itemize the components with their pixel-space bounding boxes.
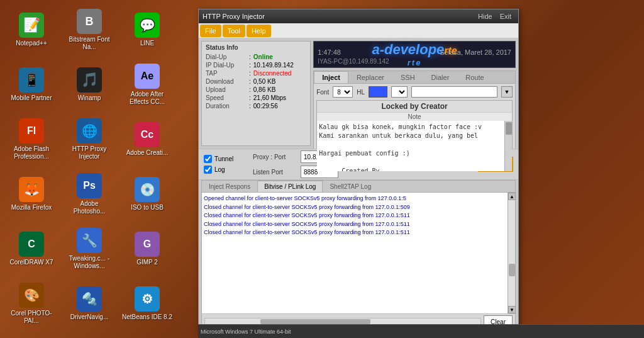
- payload-text-input[interactable]: [411, 86, 497, 98]
- font-size-select[interactable]: 8: [333, 86, 353, 98]
- iso-usb-label: ISO to USB: [131, 204, 164, 211]
- help-menu-button[interactable]: Help: [247, 25, 271, 37]
- status-duration: Duration : 00:29:56: [206, 103, 306, 110]
- note-title: Note: [317, 113, 512, 121]
- desktop-icon-winamp[interactable]: 🎵 Winamp: [61, 58, 118, 111]
- desktop: 📝 Notepad++ B Bitstream Font Na... 💬 LIN…: [0, 0, 644, 338]
- desktop-icon-line[interactable]: 💬 LINE: [119, 3, 175, 57]
- hide-button[interactable]: Hide: [475, 12, 496, 21]
- desktop-icon-netbeans[interactable]: ⚙ NetBeans IDE 8.2: [119, 277, 175, 330]
- tab-ssh[interactable]: SSH: [392, 71, 423, 83]
- status-panel: Status Info Dial-Up : Online IP Dial-Up …: [201, 41, 311, 146]
- tab-replacer[interactable]: Replacer: [348, 71, 392, 83]
- locked-title: Locked by Creator: [317, 101, 512, 113]
- adobe-ae-icon: Ae: [135, 64, 160, 89]
- payload-scrollbar[interactable]: [504, 121, 512, 171]
- log-line-4: Closed channel for client-to-server SOCK…: [204, 220, 506, 229]
- log-line-2: Closed channel for client-to-server SOCK…: [204, 203, 506, 212]
- logo-text-1: a-develope: [372, 42, 444, 58]
- tab-dialer[interactable]: Dialer: [423, 71, 458, 83]
- time-display: 1:47:48: [318, 48, 341, 56]
- firefox-label: Mozilla Firefox: [11, 204, 52, 211]
- tab-inject[interactable]: Inject: [314, 71, 348, 83]
- mobile-partner-label: Mobile Partner: [11, 94, 52, 102]
- adobe-flash-icon: Fl: [19, 118, 44, 144]
- logo-subtitle: rte: [408, 58, 422, 67]
- title-bar: HTTP Proxy Injector Hide Exit: [199, 9, 518, 23]
- status-upload: Upload : 0,86 KB: [206, 86, 306, 93]
- listen-port-label: Listen Port: [253, 169, 297, 176]
- tap-key: TAP: [206, 70, 247, 77]
- tab-inject-respons[interactable]: Inject Respons: [202, 181, 257, 192]
- notepadpp-icon: 📝: [19, 13, 44, 38]
- tunnel-check-item: Tunnel: [204, 155, 248, 163]
- coreldraw-label: CorelDRAW X7: [9, 259, 53, 266]
- mobile-partner-icon: 📱: [19, 67, 44, 93]
- firefox-icon: 🦊: [19, 177, 44, 202]
- payload-textarea[interactable]: [317, 121, 504, 171]
- tunnel-label: Tunnel: [214, 155, 233, 162]
- desktop-icon-bitstream[interactable]: B Bitstream Font Na...: [61, 3, 118, 57]
- dial-up-key: Dial-Up: [206, 54, 247, 60]
- status-speed: Speed : 21,60 Mbps: [206, 94, 306, 101]
- hl-select[interactable]: [391, 86, 408, 98]
- speed-val: 21,60 Mbps: [253, 94, 286, 101]
- log-line-1: Opened channel for client-to-server SOCK…: [204, 194, 506, 203]
- status-download: Download : 0,50 KB: [206, 78, 306, 85]
- taskbar: Microsoft Windows 7 Ultimate 64-bit: [198, 324, 644, 338]
- log-checkbox[interactable]: [204, 166, 212, 174]
- log-tab-bar: Inject Respons Bitvise / PLink Log Shell…: [202, 181, 515, 193]
- drivernavigator-label: DriverNavig...: [70, 313, 109, 321]
- window-title: HTTP Proxy Injector: [203, 13, 265, 20]
- exit-button[interactable]: Exit: [497, 12, 514, 21]
- tweaking-icon: 🔧: [77, 228, 102, 253]
- log-scroll-up[interactable]: ▲: [508, 193, 516, 200]
- desktop-icon-mobile-partner[interactable]: 📱 Mobile Partner: [3, 58, 60, 111]
- tab-shell2tap[interactable]: Shell2TAP Log: [323, 181, 378, 192]
- adobe-flash-label: Adobe Flash Profession...: [6, 145, 57, 161]
- top-section: Status Info Dial-Up : Online IP Dial-Up …: [199, 38, 518, 149]
- desktop-icon-corel-photo[interactable]: 🎨 Corel PHOTO-PAI...: [3, 277, 60, 330]
- desktop-icon-adobe-ae[interactable]: Ae Adobe After Effects CC...: [119, 58, 175, 111]
- desktop-icon-gimp[interactable]: G GIMP 2: [119, 222, 175, 276]
- desktop-icon-firefox[interactable]: 🦊 Mozilla Firefox: [3, 167, 60, 221]
- drivernavigator-icon: 🔩: [77, 286, 102, 312]
- desktop-icon-notepadpp[interactable]: 📝 Notepad++: [3, 3, 60, 57]
- photoshop-label: Adobe Photosho...: [64, 200, 115, 215]
- dropdown-button[interactable]: ▼: [501, 86, 513, 98]
- desktop-icon-grid: 📝 Notepad++ B Bitstream Font Na... 💬 LIN…: [0, 0, 195, 338]
- color-picker-button[interactable]: [369, 86, 387, 98]
- desktop-icon-tweaking[interactable]: 🔧 Tweaking.c... - Windows...: [61, 222, 118, 276]
- log-scrollbar[interactable]: ▲ ▼: [508, 193, 515, 313]
- checkbox-section: Tunnel Log: [204, 155, 248, 174]
- corel-photo-icon: 🎨: [19, 283, 44, 308]
- desktop-icon-coreldraw[interactable]: C CorelDRAW X7: [3, 222, 60, 276]
- payload-text-area: [317, 121, 512, 171]
- desktop-icon-adobe-creati[interactable]: Cc Adobe Creati...: [119, 113, 175, 166]
- proxy-port-label: Proxy : Port: [253, 154, 297, 161]
- winamp-label: Winamp: [78, 94, 101, 102]
- desktop-icon-drivernavigator[interactable]: 🔩 DriverNavig...: [61, 277, 118, 330]
- tab-bitvise[interactable]: Bitvise / PLink Log: [257, 181, 323, 192]
- duration-val: 00:29:56: [253, 103, 278, 110]
- desktop-icon-adobe-flash[interactable]: Fl Adobe Flash Profession...: [3, 113, 60, 166]
- tap-val: Disconnected: [253, 70, 292, 77]
- file-menu-button[interactable]: File: [200, 25, 221, 37]
- netbeans-label: NetBeans IDE 8.2: [122, 313, 172, 321]
- log-scroll-down[interactable]: ▼: [508, 306, 516, 313]
- ip-val: 10.149.89.142: [253, 62, 294, 69]
- log-scroll-track: [508, 200, 515, 306]
- desktop-icon-photoshop[interactable]: Ps Adobe Photosho...: [61, 167, 118, 221]
- title-bar-controls: Hide Exit: [475, 12, 514, 21]
- log-check-item: Log: [204, 166, 248, 174]
- font-row: Font 8 HL ▼: [316, 86, 513, 98]
- tunnel-checkbox[interactable]: [204, 155, 212, 163]
- payload-section: Locked by Creator Note: [316, 100, 513, 172]
- line-label: LINE: [140, 40, 154, 47]
- log-scroll-thumb: [509, 264, 515, 276]
- desktop-icon-http-proxy[interactable]: 🌐 HTTP Proxy Injector: [61, 113, 118, 166]
- tool-menu-button[interactable]: Tool: [223, 25, 245, 37]
- desktop-icon-iso-usb[interactable]: 💿 ISO to USB: [119, 167, 175, 221]
- tab-route[interactable]: Route: [457, 71, 492, 83]
- os-label: Microsoft Windows 7 Ultimate 64-bit: [201, 329, 291, 335]
